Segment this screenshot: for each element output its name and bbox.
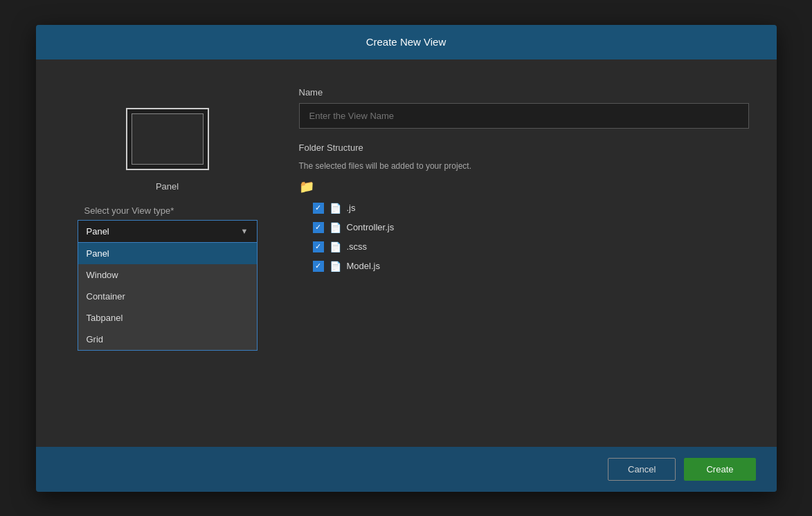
dropdown-selected-label: Panel <box>87 226 109 237</box>
file-icon-controller: 📄 <box>330 222 341 233</box>
dropdown-option-container[interactable]: Container <box>78 286 257 307</box>
folder-description: The selected files will be added to your… <box>299 161 749 171</box>
name-label: Name <box>299 87 749 98</box>
chevron-down-icon: ▼ <box>241 227 249 235</box>
checkbox-scss[interactable]: ✓ <box>313 241 324 252</box>
checkbox-model[interactable]: ✓ <box>313 261 324 272</box>
dropdown-option-window[interactable]: Window <box>78 264 257 286</box>
dropdown-option-tabpanel[interactable]: Tabpanel <box>78 307 257 329</box>
file-row-scss: ✓ 📄 .scss <box>313 241 749 252</box>
checkmark-icon: ✓ <box>315 223 321 231</box>
dropdown-selected[interactable]: Panel ▼ <box>78 220 258 243</box>
file-icon-model: 📄 <box>330 261 341 272</box>
left-panel: Panel Select your View type* Panel ▼ Pan… <box>64 80 271 426</box>
file-icon-scss: 📄 <box>330 241 341 252</box>
dropdown-option-panel[interactable]: Panel <box>78 243 257 264</box>
checkmark-icon: ✓ <box>315 204 321 212</box>
dialog-footer: Cancel Create <box>36 447 777 492</box>
file-name-model: Model.js <box>347 261 380 271</box>
file-row-js: ✓ 📄 .js <box>313 203 749 214</box>
checkmark-icon: ✓ <box>315 262 321 270</box>
name-input[interactable] <box>299 103 749 129</box>
create-new-view-dialog: Create New View Panel Select your View t… <box>36 25 777 492</box>
dropdown-option-grid[interactable]: Grid <box>78 329 257 350</box>
file-name-js: .js <box>347 203 356 213</box>
checkbox-js[interactable]: ✓ <box>313 203 324 214</box>
folder-structure-label: Folder Structure <box>299 142 749 153</box>
dialog-header: Create New View <box>36 25 777 59</box>
checkbox-controller[interactable]: ✓ <box>313 222 324 233</box>
name-field-group: Name <box>299 87 749 129</box>
file-name-controller: Controller.js <box>347 222 395 232</box>
select-view-type-label: Select your View type* <box>84 205 174 216</box>
file-icon-js: 📄 <box>330 203 341 214</box>
folder-structure-section: Folder Structure The selected files will… <box>299 142 749 272</box>
folder-icon: 📁 <box>299 180 314 194</box>
dropdown-list: Panel Window Container Tabpanel Grid <box>78 243 258 351</box>
view-preview <box>126 108 209 170</box>
folder-icon-row: 📁 <box>299 179 749 194</box>
checkmark-icon: ✓ <box>315 243 321 250</box>
file-row-controller: ✓ 📄 Controller.js <box>313 222 749 233</box>
view-preview-label: Panel <box>156 181 179 192</box>
create-button[interactable]: Create <box>684 458 755 481</box>
view-preview-inner <box>132 113 204 165</box>
file-row-model: ✓ 📄 Model.js <box>313 261 749 272</box>
file-name-scss: .scss <box>347 241 368 252</box>
right-panel: Name Folder Structure The selected files… <box>299 80 749 426</box>
cancel-button[interactable]: Cancel <box>608 458 676 481</box>
view-type-dropdown[interactable]: Panel ▼ Panel Window Container Tabpanel … <box>78 220 258 351</box>
dialog-body: Panel Select your View type* Panel ▼ Pan… <box>36 59 777 447</box>
dialog-title: Create New View <box>366 36 446 48</box>
